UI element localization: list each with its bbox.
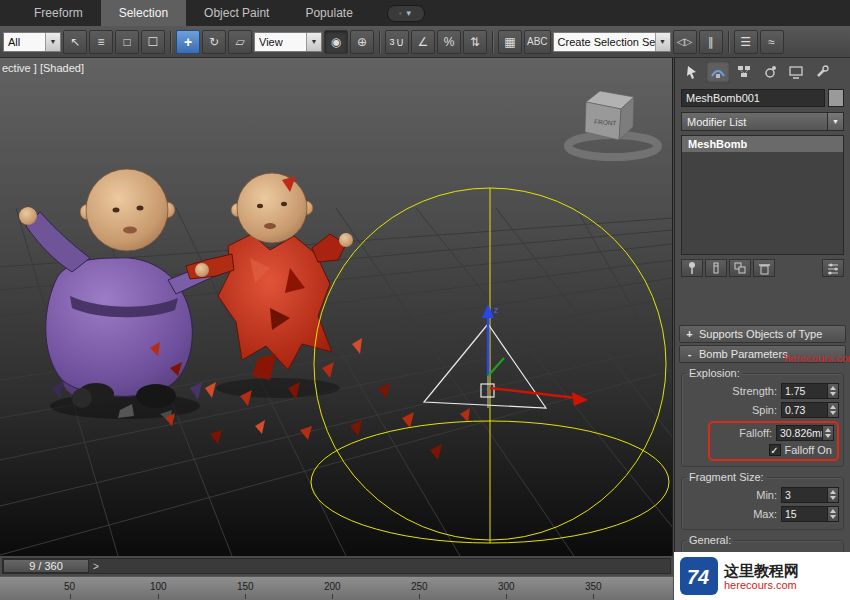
toolbar-separator (492, 31, 493, 53)
strength-spinner[interactable]: 1.75 (781, 383, 839, 399)
min-spinner[interactable]: 3 (781, 487, 839, 503)
watermark-logo-icon: 74 (680, 557, 718, 595)
time-slider-handle[interactable]: 9 / 360 (3, 559, 89, 573)
tab-utilities[interactable] (810, 61, 834, 83)
ruler-tick: 300 (498, 581, 515, 592)
falloff-label: Falloff: (739, 427, 772, 439)
time-slider: 9 / 360 > (0, 556, 673, 576)
selection-filter-value: All (4, 36, 45, 48)
ribbon-tab-bar: Freeform Selection Object Paint Populate… (0, 0, 850, 26)
select-object-button[interactable]: ↖ (63, 30, 87, 54)
pin-stack-icon (684, 260, 700, 276)
selection-filter-dropdown[interactable]: All ▼ (3, 32, 61, 52)
percent-snap-button[interactable]: % (437, 30, 461, 54)
ribbon-tab-freeform[interactable]: Freeform (16, 0, 101, 26)
ruler-tick: 200 (324, 581, 341, 592)
tab-display[interactable] (784, 61, 808, 83)
next-frame-button[interactable]: > (93, 559, 99, 573)
command-panel: MeshBomb001 Modifier List ▼ MeshBomb (674, 58, 850, 600)
curve-editor-button[interactable]: ≈ (760, 30, 784, 54)
viewport-label[interactable]: ective ] [Shaded] (2, 62, 84, 74)
explosion-group: Explosion: Strength: 1.75 Spin: 0.73 Fal… (681, 367, 844, 467)
modifier-stack-item[interactable]: MeshBomb (682, 136, 843, 152)
named-selection-sets-button[interactable]: ▦ (498, 30, 522, 54)
hierarchy-tab-icon (736, 64, 752, 80)
ribbon-tab-selection[interactable]: Selection (101, 0, 186, 26)
spinner-snap-icon: ⇅ (470, 35, 480, 49)
spinner-arrows[interactable] (827, 384, 838, 398)
tab-hierarchy[interactable] (732, 61, 756, 83)
checkbox-check-icon: ✓ (769, 444, 781, 456)
angle-snap-icon: ∠ (418, 35, 429, 49)
pin-stack-button[interactable] (681, 259, 703, 277)
angle-snap-button[interactable]: ∠ (411, 30, 435, 54)
spin-spinner[interactable]: 0.73 (781, 402, 839, 418)
select-manipulate-button[interactable]: ⊕ (350, 30, 374, 54)
window-crossing-button[interactable]: ☐ (141, 30, 165, 54)
ribbon-tab-object-paint[interactable]: Object Paint (186, 0, 287, 26)
rotate-icon: ↻ (209, 35, 219, 49)
snap-toggle-button[interactable]: 3 ∪ (385, 30, 409, 54)
ribbon-tab-populate[interactable]: Populate (287, 0, 370, 26)
move-tool-button[interactable]: + (176, 30, 200, 54)
keyboard-override-button[interactable]: ABC (524, 30, 551, 54)
chevron-down-icon: ▼ (405, 9, 413, 18)
mirror-button[interactable]: ◁▷ (673, 30, 697, 54)
ribbon-options-button[interactable]: ◦ ▼ (387, 5, 425, 22)
align-button[interactable]: ∥ (699, 30, 723, 54)
ribbon-dot-icon: ◦ (399, 9, 402, 18)
falloff-on-label: Falloff On (785, 444, 833, 456)
explosion-group-label: Explosion: (686, 367, 743, 379)
dropdown-arrow-icon: ▼ (306, 33, 321, 51)
align-icon: ∥ (708, 35, 714, 49)
spinner-arrows[interactable] (827, 488, 838, 502)
configure-modifier-sets-button[interactable] (822, 259, 844, 277)
make-unique-button[interactable] (729, 259, 751, 277)
named-selection-dropdown[interactable]: Create Selection Se ▼ (553, 32, 671, 52)
spinner-arrows[interactable] (822, 426, 833, 440)
watermark-site-name: 这里教程网 (724, 562, 799, 579)
show-end-result-icon (708, 260, 724, 276)
use-center-button[interactable]: ◉ (324, 30, 348, 54)
tab-motion[interactable] (758, 61, 782, 83)
rect-region-icon: □ (123, 35, 130, 49)
falloff-spinner[interactable]: 30.826mm (776, 425, 834, 441)
perspective-viewport[interactable]: z FRONT ective ] [Shaded] (0, 58, 673, 556)
fragment-size-label: Fragment Size: (686, 471, 767, 483)
modifier-list-dropdown[interactable]: Modifier List ▼ (681, 112, 844, 131)
show-end-result-button[interactable] (705, 259, 727, 277)
min-label: Min: (756, 489, 777, 501)
scale-icon: ▱ (235, 35, 244, 49)
rollout-supports-objects[interactable]: + Supports Objects of Type (679, 325, 846, 343)
modifier-list-label: Modifier List (682, 116, 827, 128)
region-select-button[interactable]: □ (115, 30, 139, 54)
layer-manager-button[interactable]: ☰ (734, 30, 758, 54)
max-label: Max: (753, 508, 777, 520)
object-name-field[interactable]: MeshBomb001 (681, 89, 825, 107)
track-bar[interactable]: 50 100 150 200 250 300 350 (0, 576, 673, 600)
object-color-swatch[interactable] (828, 89, 844, 107)
layers-icon: ☰ (740, 35, 751, 49)
spinner-arrows[interactable] (827, 507, 838, 521)
time-slider-track[interactable]: 9 / 360 > (2, 558, 671, 574)
rotate-tool-button[interactable]: ↻ (202, 30, 226, 54)
manipulate-icon: ⊕ (357, 35, 367, 49)
tab-create[interactable] (680, 61, 704, 83)
modifier-stack[interactable]: MeshBomb (681, 135, 844, 255)
falloff-on-checkbox[interactable]: ✓ Falloff On (713, 444, 832, 456)
select-by-name-button[interactable]: ≡ (89, 30, 113, 54)
shadow-red-character (216, 378, 340, 398)
magnet-icon: ∪ (396, 35, 405, 49)
tab-modify[interactable] (706, 61, 730, 83)
modify-tab-icon (710, 64, 726, 80)
remove-modifier-button[interactable] (753, 259, 775, 277)
spinner-snap-button[interactable]: ⇅ (463, 30, 487, 54)
motion-tab-icon (762, 64, 778, 80)
max-spinner[interactable]: 15 (781, 506, 839, 522)
viewport-canvas[interactable]: z FRONT (0, 58, 673, 556)
spinner-arrows[interactable] (827, 403, 838, 417)
watermark-site-url: herecours.com (724, 579, 799, 591)
reference-coordinate-dropdown[interactable]: View ▼ (254, 32, 322, 52)
percent-snap-icon: % (444, 35, 455, 49)
scale-tool-button[interactable]: ▱ (228, 30, 252, 54)
